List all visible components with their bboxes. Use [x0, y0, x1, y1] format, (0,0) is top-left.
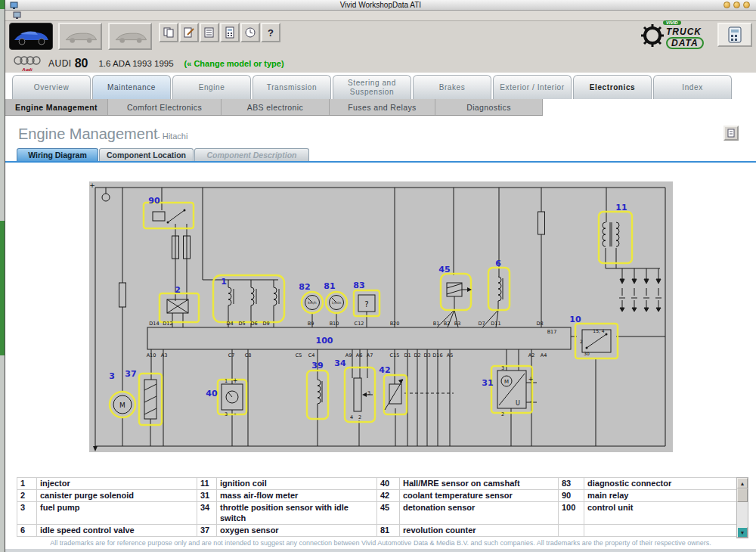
legend-name: oxygen sensor	[217, 524, 377, 536]
clock-icon[interactable]	[240, 23, 260, 42]
subnav-item-diagnostics[interactable]: Diagnostics	[435, 99, 543, 115]
keypad-icon	[725, 26, 745, 44]
tab-index[interactable]: Index	[653, 75, 732, 99]
legend-row[interactable]: 1injector11ignition coil40Hall/MRE senso…	[17, 478, 737, 490]
scrollbar-thumb[interactable]	[737, 488, 748, 502]
legend-name: mass air-flow meter	[217, 490, 377, 502]
legend-name: control unit	[584, 502, 737, 524]
component-11-ignition-coil[interactable]	[599, 212, 632, 263]
edge-decoration	[0, 221, 5, 355]
pin-label: 3	[501, 365, 504, 371]
pin-label: A9	[345, 352, 352, 358]
legend-scrollbar[interactable]: ▲ ▼	[736, 477, 748, 538]
pin-label: 2	[580, 339, 583, 344]
help-icon[interactable]: ?	[261, 23, 280, 42]
truckdata-logo[interactable]: VIVID TRUCK DATA	[640, 21, 716, 50]
legend-row[interactable]: 3fuel pump34throttle position sensor wit…	[17, 502, 737, 524]
pin-label: C8	[245, 352, 252, 358]
legend-name: throttle position sensor with idle switc…	[217, 502, 377, 524]
photo-placeholder[interactable]	[108, 23, 152, 50]
component-45-detonation-sensor[interactable]	[441, 274, 472, 310]
legend-name: idle speed control valve	[37, 524, 197, 536]
calculator-icon[interactable]	[220, 23, 240, 42]
legend-row[interactable]: 2canister purge solenoid31mass air-flow …	[17, 490, 737, 502]
pin-label: A6	[356, 352, 363, 358]
vehicle-photo[interactable]	[9, 23, 53, 50]
document-list-icon[interactable]	[200, 23, 219, 42]
component-label-11: 11	[615, 203, 627, 212]
legend-name: injector	[37, 478, 197, 490]
audi-logo: Audi	[12, 55, 42, 72]
pin-label: C12	[355, 321, 364, 327]
tab-electronics[interactable]: Electronics	[573, 75, 652, 99]
pin-label: D2	[414, 352, 420, 358]
legend-number	[559, 524, 584, 536]
component-100-control-unit[interactable]	[147, 327, 571, 349]
component-label-40: 40	[206, 389, 218, 398]
doc-tab-wiring-diagram[interactable]: Wiring Diagram	[17, 148, 98, 161]
calculator-tool-button[interactable]	[717, 23, 752, 47]
active-tab-rule	[5, 161, 756, 163]
close-icon[interactable]	[743, 2, 750, 8]
component-label-42: 42	[379, 365, 390, 375]
pin-label: D8	[536, 321, 543, 327]
maximize-icon[interactable]	[733, 2, 740, 8]
change-model-link[interactable]: (« Change model or type)	[184, 59, 284, 68]
component-31-mass-airflow-meter[interactable]	[491, 366, 532, 413]
pin-label: C4	[308, 352, 315, 358]
subnav-item-abs-electronic[interactable]: ABS electronic	[222, 99, 330, 115]
legend-number: 81	[377, 524, 400, 536]
tab-steering-and-suspension[interactable]: Steering and Suspension	[333, 75, 411, 99]
tab-exterior-interior[interactable]: Exterior / Interior	[493, 75, 572, 99]
legend-name: diagnostic connector	[584, 478, 737, 490]
vehicle-info-bar: Audi AUDI 80 1.6 ADA 1993 1995 (« Change…	[5, 54, 756, 73]
component-2-canister-purge-solenoid[interactable]	[160, 293, 199, 322]
legend-name: ignition coil	[217, 478, 377, 490]
photo-placeholder[interactable]	[58, 23, 102, 50]
legend-name: main relay	[584, 490, 737, 502]
pin-label: +	[233, 377, 238, 384]
component-label-3: 3	[109, 371, 115, 381]
copy-pages-icon[interactable]	[159, 23, 178, 42]
title-bar[interactable]: Vivid WorkshopData ATI	[5, 0, 756, 11]
window-bottom-edge	[5, 549, 756, 552]
subnav-item-comfort-electronics[interactable]: Comfort Electronics	[108, 99, 222, 115]
component-label-1: 1	[221, 277, 227, 287]
component-label-31: 31	[482, 378, 493, 388]
edit-document-icon[interactable]	[179, 23, 199, 42]
subnav-item-engine-management[interactable]: Engine Management	[5, 99, 108, 115]
pin-label: A7	[367, 352, 373, 358]
component-label-81: 81	[324, 281, 335, 291]
scroll-up-button[interactable]: ▲	[737, 478, 748, 488]
legend-number: 90	[559, 490, 584, 502]
component-37-oxygen-sensor[interactable]	[139, 374, 162, 425]
component-90-main-relay[interactable]	[144, 203, 194, 228]
legend-name: canister purge solenoid	[37, 490, 197, 502]
minimize-icon[interactable]	[723, 2, 730, 8]
tab-engine[interactable]: Engine	[172, 75, 251, 99]
wiring-diagram: 902182818345611100103374039344231D14D12D…	[89, 181, 673, 452]
tab-maintenance[interactable]: Maintenance	[92, 75, 171, 99]
pin-label: +	[89, 181, 95, 189]
component-40-hall-mre-sensor[interactable]	[218, 380, 246, 414]
pin-label: 30	[584, 351, 590, 356]
vehicle-details: 1.6 ADA 1993 1995	[98, 59, 173, 68]
window-menu-icon[interactable]	[13, 11, 21, 20]
scroll-down-button[interactable]: ▼	[737, 527, 748, 538]
audi-wordmark: Audi	[12, 67, 42, 72]
legend-number: 3	[17, 502, 37, 524]
menu-bar	[5, 11, 756, 21]
subnav-item-fuses-and-relays[interactable]: Fuses and Relays	[330, 99, 435, 115]
legend-name	[584, 524, 737, 536]
pin-label: 4	[350, 414, 353, 420]
tab-transmission[interactable]: Transmission	[253, 75, 331, 99]
main-tab-bar: OverviewMaintenanceEngineTransmissionSte…	[12, 75, 732, 99]
pin-label: B9	[308, 321, 314, 327]
legend-row[interactable]: 6idle speed control valve37oxygen sensor…	[17, 524, 737, 536]
legend-table: 1injector11ignition coil40Hall/MRE senso…	[17, 477, 737, 537]
print-button[interactable]	[723, 126, 739, 141]
doc-tab-component-location[interactable]: Component Location	[99, 148, 194, 161]
tab-overview[interactable]: Overview	[12, 75, 91, 99]
legend-name: coolant temperature sensor	[400, 490, 559, 502]
tab-brakes[interactable]: Brakes	[413, 75, 491, 99]
